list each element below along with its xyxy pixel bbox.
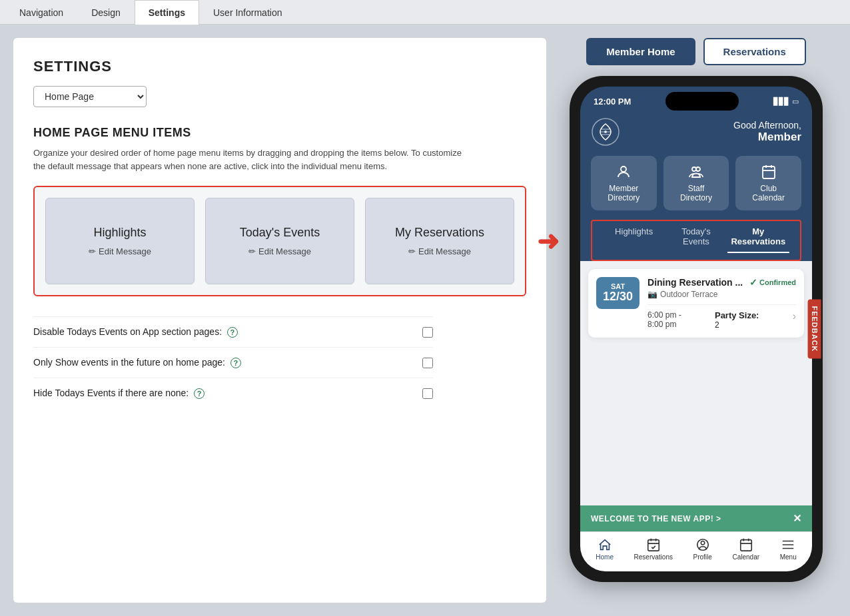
top-tab-bar: Navigation Design Settings User Informat… xyxy=(0,0,850,25)
status-bar: 12:00 PM ▊▊▊ ▭ xyxy=(580,87,812,111)
phone-tabs: Highlights Today's Events My Reservation… xyxy=(591,220,801,261)
hide-todays-events-label: Hide Todays Events if there are none: ? xyxy=(33,388,205,399)
camera-icon: 📷 xyxy=(647,290,657,299)
checkbox-hide-todays-events: Hide Todays Events if there are none: ? xyxy=(33,378,433,408)
svg-point-2 xyxy=(621,166,626,172)
svg-rect-5 xyxy=(763,166,775,178)
status-icons: ▊▊▊ ▭ xyxy=(773,97,799,106)
menu-items-description: Organize your desired order of home page… xyxy=(33,147,466,172)
nav-profile[interactable]: Profile xyxy=(693,537,712,561)
phone-bottom-nav: Home Reservations Profile Calendar xyxy=(580,531,812,571)
tab-navigation[interactable]: Navigation xyxy=(5,0,77,25)
tab-user-information[interactable]: User Information xyxy=(199,0,296,25)
person-circle-icon xyxy=(695,537,710,552)
tab-todays-events[interactable]: Today's Events xyxy=(665,221,727,253)
pencil-icon: ✏ xyxy=(89,246,96,256)
tab-design[interactable]: Design xyxy=(77,0,135,25)
reservation-name: Dining Reservation ... ✓ Confirmed xyxy=(647,277,796,288)
date-badge: SAT 12/30 xyxy=(596,277,639,309)
phone-header: Good Afternoon, Member xyxy=(580,111,812,156)
help-icon-1[interactable]: ? xyxy=(227,327,238,338)
tab-settings[interactable]: Settings xyxy=(135,0,199,25)
svg-rect-9 xyxy=(648,540,659,551)
signal-icon: ▊▊▊ xyxy=(773,97,789,106)
checkbox-future-events: Only Show events in the future on home p… xyxy=(33,347,433,378)
my-reservations-title: My Reservations xyxy=(395,226,484,240)
reservation-card[interactable]: SAT 12/30 Dining Reservation ... ✓ Confi… xyxy=(588,269,804,338)
phone-screen: 12:00 PM ▊▊▊ ▭ Goo xyxy=(580,87,812,571)
checkbox-disable-todays-events: Disable Todays Events on App section pag… xyxy=(33,316,433,347)
hide-todays-events-checkbox[interactable] xyxy=(422,388,433,399)
settings-panel: SETTINGS Home Page Events Reservations H… xyxy=(13,38,546,603)
check-icon: ✓ xyxy=(749,277,757,288)
future-events-label: Only Show events in the future on home p… xyxy=(33,357,241,368)
reservation-location: 📷 Outdoor Terrace xyxy=(647,290,796,299)
todays-events-title: Today's Events xyxy=(240,226,320,240)
chevron-right-icon: › xyxy=(793,310,796,322)
tab-highlights[interactable]: Highlights xyxy=(603,221,665,253)
menu-icon xyxy=(781,537,795,552)
people-icon xyxy=(688,164,704,180)
pencil-icon: ✏ xyxy=(248,246,256,256)
calendar-icon xyxy=(761,164,777,180)
welcome-banner[interactable]: WELCOME TO THE NEW APP! > ✕ xyxy=(580,505,812,531)
battery-icon: ▭ xyxy=(792,97,799,106)
menu-item-highlights[interactable]: Highlights ✏ Edit Message xyxy=(45,198,195,284)
reservation-time: 6:00 pm - 8:00 pm xyxy=(647,310,681,329)
phone-menu-club-calendar[interactable]: ClubCalendar xyxy=(735,156,801,210)
svg-rect-15 xyxy=(741,540,752,551)
member-home-button[interactable]: Member Home xyxy=(586,38,695,65)
menu-item-my-reservations[interactable]: My Reservations ✏ Edit Message xyxy=(365,198,514,284)
tab-my-reservations[interactable]: My Reservations xyxy=(727,221,789,253)
greeting-text: Good Afternoon, Member xyxy=(733,120,801,144)
svg-point-3 xyxy=(692,167,696,171)
highlights-title: Highlights xyxy=(93,226,146,240)
todays-events-edit[interactable]: ✏ Edit Message xyxy=(248,246,311,256)
phone-menu-staff-directory[interactable]: StaffDirectory xyxy=(663,156,729,210)
page-select[interactable]: Home Page Events Reservations xyxy=(33,86,147,107)
reservation-date: 12/30 xyxy=(603,290,633,304)
pencil-icon: ✏ xyxy=(408,246,416,256)
person-icon xyxy=(616,164,632,180)
menu-items-container: Highlights ✏ Edit Message Today's Events… xyxy=(33,186,526,296)
reservations-preview-button[interactable]: Reservations xyxy=(703,38,806,65)
nav-calendar[interactable]: Calendar xyxy=(732,537,759,561)
menu-items-section-title: HOME PAGE MENU ITEMS xyxy=(33,126,526,140)
help-icon-3[interactable]: ? xyxy=(194,388,205,399)
help-icon-2[interactable]: ? xyxy=(230,358,241,368)
my-reservations-edit[interactable]: ✏ Edit Message xyxy=(408,246,471,256)
highlights-edit[interactable]: ✏ Edit Message xyxy=(89,246,151,256)
svg-point-4 xyxy=(696,167,700,171)
red-arrow: ➜ xyxy=(537,226,560,256)
dynamic-island xyxy=(665,92,739,111)
preview-button-group: Member Home Reservations xyxy=(586,38,806,65)
nav-menu[interactable]: Menu xyxy=(780,537,797,561)
nav-home[interactable]: Home xyxy=(596,537,614,561)
preview-panel: Member Home Reservations FEEDBACK 12:00 … xyxy=(560,38,833,603)
svg-point-1 xyxy=(604,131,607,133)
divider xyxy=(647,304,796,305)
reservation-details: 6:00 pm - 8:00 pm Party Size: 2 › xyxy=(647,310,796,330)
phone-frame: FEEDBACK 12:00 PM ▊▊▊ ▭ xyxy=(570,76,823,582)
reservation-info: Dining Reservation ... ✓ Confirmed 📷 Out… xyxy=(647,277,796,330)
menu-item-todays-events[interactable]: Today's Events ✏ Edit Message xyxy=(205,198,354,284)
calendar-nav-icon xyxy=(739,537,753,552)
phone-menu-member-directory[interactable]: MemberDirectory xyxy=(591,156,657,210)
future-events-checkbox[interactable] xyxy=(422,358,433,368)
nav-reservations[interactable]: Reservations xyxy=(634,537,673,561)
status-time: 12:00 PM xyxy=(594,97,631,107)
phone-content-area: SAT 12/30 Dining Reservation ... ✓ Confi… xyxy=(580,261,812,505)
home-icon xyxy=(598,537,612,552)
close-icon[interactable]: ✕ xyxy=(793,512,802,525)
club-logo-icon xyxy=(591,117,620,147)
disable-todays-events-label: Disable Todays Events on App section pag… xyxy=(33,326,238,338)
feedback-tab[interactable]: FEEDBACK xyxy=(807,299,821,358)
calendar-check-icon xyxy=(646,537,661,552)
settings-title: SETTINGS xyxy=(33,58,526,75)
party-size: Party Size: 2 xyxy=(715,310,759,330)
svg-point-14 xyxy=(701,541,705,545)
phone-menu-grid: MemberDirectory StaffDirectory ClubCalen… xyxy=(580,156,812,220)
disable-todays-events-checkbox[interactable] xyxy=(422,327,433,338)
confirmed-badge: ✓ Confirmed xyxy=(749,277,796,288)
